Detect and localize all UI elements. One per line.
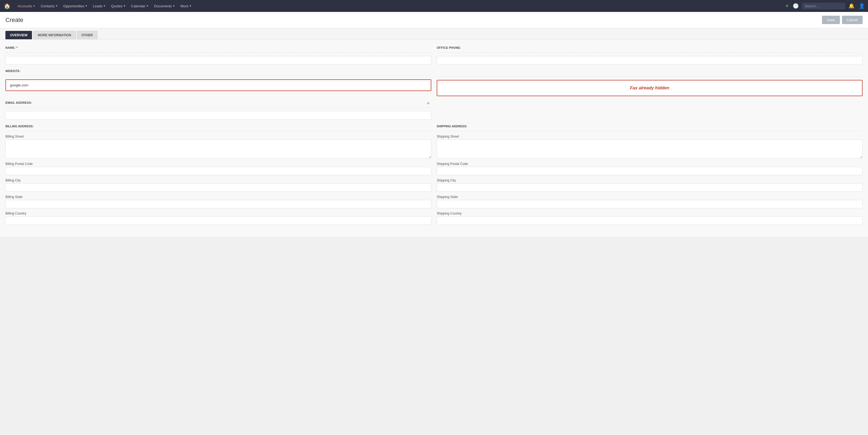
tabs-bar: OVERVIEW MORE INFORMATION OTHER <box>0 28 868 39</box>
email-input-area[interactable] <box>5 111 431 120</box>
website-fax-row: WEBSITE: Fax already hidden <box>5 69 863 96</box>
shipping-state-input[interactable] <box>437 200 863 208</box>
save-button[interactable]: Save <box>822 16 840 24</box>
fax-hidden-text: Fax already hidden <box>630 86 669 90</box>
user-avatar[interactable]: 👤 <box>858 2 866 10</box>
website-field-col: WEBSITE: <box>5 69 431 96</box>
billing-address-col: BILLING ADDRESS: Billing Street Billing … <box>5 124 431 225</box>
leads-caret-icon: ▼ <box>103 5 105 7</box>
billing-street-label: Billing Street <box>5 135 431 138</box>
billing-street-input[interactable] <box>5 140 431 158</box>
name-label: NAME: * <box>5 46 431 49</box>
shipping-state-label: Shipping State <box>437 195 863 199</box>
billing-postal-label: Billing Postal Code <box>5 162 431 166</box>
nav-accounts[interactable]: Accounts ▼ <box>16 3 37 9</box>
email-row: EMAIL ADDRESS: + <box>5 101 863 120</box>
notifications-icon[interactable]: 🔔 <box>847 2 856 10</box>
nav-leads[interactable]: Leads ▼ <box>91 3 108 9</box>
home-icon[interactable]: 🏠 <box>2 2 12 10</box>
contacts-caret-icon: ▼ <box>56 5 58 7</box>
billing-country-label: Billing Country <box>5 211 431 215</box>
office-phone-label: OFFICE PHONE: <box>437 46 863 49</box>
top-navigation: 🏠 Accounts ▼ Contacts ▼ Opportunities ▼ … <box>0 0 868 12</box>
more-caret-icon: ▼ <box>189 5 192 7</box>
cancel-button[interactable]: Cancel <box>842 16 863 24</box>
billing-country-input[interactable] <box>5 216 431 225</box>
nav-contacts[interactable]: Contacts ▼ <box>38 3 60 9</box>
search-input[interactable] <box>802 3 845 9</box>
website-field-wrapper <box>5 79 431 91</box>
nav-right-section: + 🕑 🔔 👤 <box>784 2 866 10</box>
billing-city-input[interactable] <box>5 183 431 192</box>
email-field-col: EMAIL ADDRESS: + <box>5 101 431 120</box>
nav-opportunities[interactable]: Opportunities ▼ <box>61 3 90 9</box>
name-input[interactable] <box>5 56 431 64</box>
nav-documents[interactable]: Documents ▼ <box>152 3 177 9</box>
office-phone-input[interactable] <box>437 56 863 64</box>
quotes-caret-icon: ▼ <box>123 5 126 7</box>
shipping-city-label: Shipping City <box>437 178 863 182</box>
shipping-country-label: Shipping Country <box>437 211 863 215</box>
add-email-button[interactable]: + <box>425 100 431 107</box>
right-spacer-col <box>437 101 863 120</box>
office-phone-field-col: OFFICE PHONE: <box>437 46 863 64</box>
shipping-address-label: SHIPPING ADDRESS: <box>437 124 863 128</box>
shipping-country-input[interactable] <box>437 216 863 225</box>
page-title: Create <box>5 17 23 24</box>
email-label: EMAIL ADDRESS: + <box>5 101 431 104</box>
tab-more-information[interactable]: MORE INFORMATION <box>33 31 75 39</box>
website-label: WEBSITE: <box>5 69 431 72</box>
nav-quotes[interactable]: Quotes ▼ <box>109 3 128 9</box>
form-area: NAME: * OFFICE PHONE: WEBSITE: Fax alrea… <box>0 39 868 237</box>
page-header: Create Save Cancel <box>0 12 868 28</box>
name-field-col: NAME: * <box>5 46 431 64</box>
add-icon[interactable]: + <box>784 2 789 10</box>
tab-other[interactable]: OTHER <box>77 31 97 39</box>
documents-caret-icon: ▼ <box>173 5 175 7</box>
header-buttons: Save Cancel <box>822 16 863 24</box>
billing-city-label: Billing City <box>5 178 431 182</box>
shipping-postal-label: Shipping Postal Code <box>437 162 863 166</box>
history-icon[interactable]: 🕑 <box>792 2 800 10</box>
fax-hidden-box: Fax already hidden <box>437 80 863 96</box>
billing-state-label: Billing State <box>5 195 431 199</box>
address-row: BILLING ADDRESS: Billing Street Billing … <box>5 124 863 225</box>
billing-state-input[interactable] <box>5 200 431 208</box>
shipping-city-input[interactable] <box>437 183 863 192</box>
shipping-postal-input[interactable] <box>437 167 863 175</box>
tab-overview[interactable]: OVERVIEW <box>5 31 32 39</box>
name-phone-row: NAME: * OFFICE PHONE: <box>5 46 863 64</box>
billing-address-label: BILLING ADDRESS: <box>5 124 431 128</box>
shipping-street-label: Shipping Street <box>437 135 863 138</box>
opportunities-caret-icon: ▼ <box>85 5 88 7</box>
website-input[interactable] <box>7 81 430 89</box>
nav-more[interactable]: More ▼ <box>178 3 194 9</box>
shipping-address-col: SHIPPING ADDRESS: Shipping Street Shippi… <box>437 124 863 225</box>
billing-postal-input[interactable] <box>5 167 431 175</box>
calendar-caret-icon: ▼ <box>146 5 149 7</box>
accounts-caret-icon: ▼ <box>33 5 35 7</box>
shipping-street-input[interactable] <box>437 140 863 158</box>
nav-calendar[interactable]: Calendar ▼ <box>129 3 151 9</box>
fax-field-col: Fax already hidden <box>437 69 863 96</box>
